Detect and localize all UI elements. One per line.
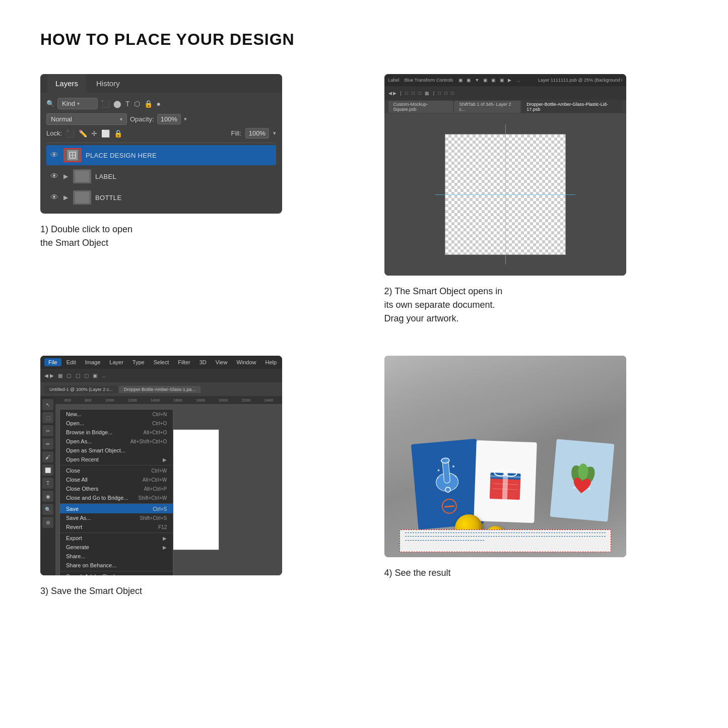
type-filter-icon: T bbox=[125, 100, 130, 108]
step3-caption: 3) Save the Smart Object bbox=[40, 584, 142, 598]
tool-btn-4[interactable]: ✏ bbox=[42, 438, 53, 449]
shape-filter-icon: ⬡ bbox=[134, 100, 140, 108]
menu-item-export[interactable]: Export ▶ bbox=[60, 533, 173, 543]
menu-window[interactable]: Window bbox=[232, 358, 260, 366]
opacity-label: Opacity: bbox=[130, 115, 154, 123]
menu-item-save[interactable]: Save Ctrl+S bbox=[60, 503, 173, 513]
doc-tab-3[interactable]: Dropper-Bottle-Amber-Glass-Plastic-Lid-1… bbox=[521, 101, 622, 113]
app-menu-bar: File Edit Image Layer Type Select Filter… bbox=[40, 356, 282, 369]
layer2-eye-icon[interactable]: 👁 bbox=[49, 172, 59, 181]
menu-item-revert[interactable]: Revert F12 bbox=[60, 522, 173, 532]
tool-btn-2[interactable]: ⬚ bbox=[42, 412, 53, 423]
steps-grid: Layers History 🔍 Kind ▾ ⬛ ⬤ T ⬡ bbox=[40, 74, 688, 598]
app-tab-1[interactable]: Untitled-1 @ 100% (Layer 2 c... bbox=[44, 386, 118, 393]
tab-layers[interactable]: Layers bbox=[47, 74, 86, 93]
svg-point-8 bbox=[452, 466, 454, 468]
panel-body: 🔍 Kind ▾ ⬛ ⬤ T ⬡ 🔒 ● bbox=[40, 93, 282, 214]
step-3-cell: File Edit Image Layer Type Select Filter… bbox=[40, 356, 344, 598]
blend-mode-label: Normal bbox=[51, 115, 72, 123]
menu-item-close-bridge[interactable]: Close and Go to Bridge... Shift+Ctrl+W bbox=[60, 493, 173, 502]
layer-bottle[interactable]: 👁 ▶ BOTTLE bbox=[46, 187, 276, 208]
menu-type[interactable]: Type bbox=[128, 358, 149, 366]
tool-btn-5[interactable]: 🖌 bbox=[42, 451, 53, 462]
layer1-name: PLACE DESIGN HERE bbox=[86, 152, 157, 159]
menu-item-open-as[interactable]: Open As... Alt+Shift+Ctrl+O bbox=[60, 437, 173, 446]
smart-object-document: Label Blue Transform Controls ▣ ▣ ▼ ▣ ▣ … bbox=[384, 74, 626, 276]
layer-place-design[interactable]: 👁 PLACE DESIGN HERE bbox=[46, 145, 276, 165]
menu-filter[interactable]: Filter bbox=[174, 358, 194, 366]
svg-point-9 bbox=[437, 477, 438, 479]
envelope bbox=[400, 530, 611, 552]
tool-btn-3[interactable]: ✂ bbox=[42, 425, 53, 436]
layer2-folder-icon bbox=[75, 171, 89, 182]
menu-3d[interactable]: 3D bbox=[195, 358, 211, 366]
menu-file[interactable]: File bbox=[44, 358, 61, 366]
filter-dropdown[interactable]: Kind ▾ bbox=[57, 98, 98, 109]
menu-item-close-others[interactable]: Close Others Alt+Ctrl+P bbox=[60, 484, 173, 493]
step-2-cell: Label Blue Transform Controls ▣ ▣ ▼ ▣ ▣ … bbox=[384, 74, 688, 325]
menu-layer[interactable]: Layer bbox=[105, 358, 127, 366]
lock-all-icon: 🔒 bbox=[114, 129, 122, 138]
layer3-eye-icon[interactable]: 👁 bbox=[49, 193, 59, 202]
menu-image[interactable]: Image bbox=[81, 358, 105, 366]
filter-row: 🔍 Kind ▾ ⬛ ⬤ T ⬡ 🔒 ● bbox=[46, 98, 276, 109]
layer1-eye-icon[interactable]: 👁 bbox=[49, 151, 59, 160]
layer3-name: BOTTLE bbox=[95, 194, 121, 202]
layer-label[interactable]: 👁 ▶ LABEL bbox=[46, 166, 276, 186]
gift-illustration bbox=[484, 458, 526, 505]
tool-btn-8[interactable]: ◉ bbox=[42, 491, 53, 502]
tool-btn-9[interactable]: 🔍 bbox=[42, 504, 53, 515]
svg-point-6 bbox=[445, 487, 450, 493]
doc-topbar: Label Blue Transform Controls ▣ ▣ ▼ ▣ ▣ … bbox=[384, 74, 626, 86]
lock-fill-row: Lock: ⬛ ✏️ ✛ ⬜ 🔒 Fill: 100% ▾ bbox=[46, 128, 276, 139]
menu-help[interactable]: Help bbox=[261, 358, 281, 366]
circle-filter-icon: ● bbox=[157, 100, 161, 108]
menu-item-close[interactable]: Close Ctrl+W bbox=[60, 465, 173, 475]
menu-item-open[interactable]: Open... Ctrl+O bbox=[60, 419, 173, 428]
tool-btn-1[interactable]: ↖ bbox=[42, 399, 53, 410]
menu-item-save-as[interactable]: Save As... Shift+Ctrl+S bbox=[60, 513, 173, 522]
menu-view[interactable]: View bbox=[212, 358, 232, 366]
blend-mode-dropdown[interactable]: Normal ▾ bbox=[46, 113, 127, 125]
menu-item-browse[interactable]: Browse in Bridge... Alt+Ctrl+O bbox=[60, 428, 173, 437]
step-1-cell: Layers History 🔍 Kind ▾ ⬛ ⬤ T ⬡ bbox=[40, 74, 344, 325]
doc-tab-1[interactable]: Custom-Mockup-Square.psb bbox=[388, 101, 453, 113]
menu-select[interactable]: Select bbox=[150, 358, 173, 366]
menu-item-share[interactable]: Share... bbox=[60, 552, 173, 561]
bell-illustration bbox=[429, 453, 463, 496]
tool-btn-6[interactable]: ⬜ bbox=[42, 465, 53, 476]
menu-item-generate[interactable]: Generate ▶ bbox=[60, 543, 173, 552]
menu-item-open-smart[interactable]: Open as Smart Object... bbox=[60, 446, 173, 455]
lock-label: Lock: bbox=[46, 129, 62, 137]
opacity-value[interactable]: 100% bbox=[157, 114, 181, 124]
app-doc-tabs: Untitled-1 @ 100% (Layer 2 c... Dropper-… bbox=[40, 383, 282, 396]
filter-kind-label: Kind bbox=[62, 100, 75, 107]
menu-item-share-behance[interactable]: Share on Behance... bbox=[60, 561, 173, 570]
smart-filter-icon: 🔒 bbox=[144, 100, 153, 108]
app-tab-2[interactable]: Dropper-Bottle-Amber-Glass-1.pa... bbox=[119, 386, 201, 393]
step1-caption: 1) Double click to open the Smart Object bbox=[40, 223, 133, 250]
filter-icons: ⬛ ⬤ T ⬡ 🔒 ● bbox=[101, 100, 161, 108]
file-dropdown-menu: New... Ctrl+N Open... Ctrl+O Browse in B… bbox=[59, 409, 173, 575]
guideline-vertical bbox=[505, 124, 506, 264]
fill-value[interactable]: 100% bbox=[245, 128, 269, 139]
divider-1 bbox=[46, 143, 276, 143]
tab-history[interactable]: History bbox=[88, 74, 128, 93]
tool-btn-10[interactable]: ⚙ bbox=[42, 517, 53, 528]
lock-artboard-icon: ⬜ bbox=[101, 129, 110, 138]
svg-point-23 bbox=[573, 486, 575, 488]
menu-item-new[interactable]: New... Ctrl+N bbox=[60, 410, 173, 419]
panel-tabs: Layers History bbox=[40, 74, 282, 93]
doc-toolbar: ◀ ▶ | □ □ □ ▦ | □ □ □ bbox=[384, 86, 626, 100]
doc-toolbar-items: ◀ ▶ | □ □ □ ▦ | □ □ □ bbox=[388, 91, 454, 96]
doc-tabs: Custom-Mockup-Square.psb ShiftTab 1 of 3… bbox=[384, 100, 626, 113]
svg-point-7 bbox=[437, 469, 439, 471]
menu-edit[interactable]: Edit bbox=[62, 358, 80, 366]
menu-item-close-all[interactable]: Close All Alt+Ctrl+W bbox=[60, 475, 173, 484]
ruler-horizontal: 60080010001200140016001800200022002400 bbox=[55, 396, 282, 404]
menu-item-search-stock[interactable]: Search Adobe Stock... bbox=[60, 571, 173, 575]
doc-topbar-text: Label Blue Transform Controls ▣ ▣ ▼ ▣ ▣ … bbox=[388, 78, 622, 83]
menu-item-open-recent[interactable]: Open Recent ▶ bbox=[60, 455, 173, 464]
doc-tab-2[interactable]: ShiftTab 1 of 345- Layer 2 c... bbox=[454, 101, 520, 113]
tool-btn-7[interactable]: T bbox=[42, 478, 53, 489]
